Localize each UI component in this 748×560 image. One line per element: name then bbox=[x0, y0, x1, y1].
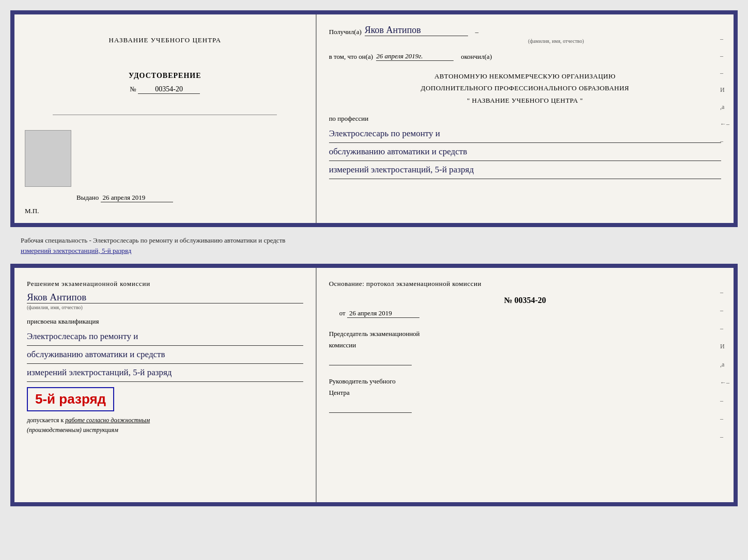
dash2: – bbox=[720, 52, 729, 60]
org-block: АВТОНОМНУЮ НЕКОММЕРЧЕСКУЮ ОРГАНИЗАЦИЮ ДО… bbox=[329, 70, 721, 106]
udostoverenie-block: УДОСТОВЕРЕНИЕ № 00354-20 bbox=[129, 72, 201, 94]
bottom-profession-line1: Электрослесарь по ремонту и bbox=[27, 328, 303, 346]
bottom-doc-right: Основание: протокол экзаменационной коми… bbox=[317, 268, 734, 502]
photo-placeholder bbox=[25, 130, 71, 187]
vydano-label: Выдано bbox=[76, 194, 99, 201]
po-professii: по профессии bbox=[329, 115, 721, 123]
osnovanie: Основание: протокол экзаменационной коми… bbox=[329, 278, 721, 290]
resheniem-title: Решением экзаменационной комиссии bbox=[27, 278, 303, 290]
bottom-document: Решением экзаменационной комиссии Яков А… bbox=[10, 264, 738, 506]
dash-arrow: ←– bbox=[720, 120, 729, 128]
org-line3: " НАЗВАНИЕ УЧЕБНОГО ЦЕНТРА " bbox=[329, 94, 721, 106]
and-symbol: И bbox=[720, 86, 729, 94]
okonchil-label: окончил(а) bbox=[461, 53, 492, 61]
band-symbol: И bbox=[720, 343, 729, 350]
profession-line1: Электрослесарь по ремонту и bbox=[329, 125, 721, 143]
dopuskaetsya-value2: (производственным) инструкциям bbox=[27, 426, 118, 434]
received-line: Получил(а) Яков Антипов – bbox=[329, 25, 721, 36]
poluchil-label: Получил(а) bbox=[329, 28, 362, 36]
bottom-profession-line3: измерений электростанций, 5-й разряд bbox=[27, 364, 303, 382]
predsedatel-line2: комиссии bbox=[329, 340, 721, 351]
dash3: – bbox=[720, 69, 729, 77]
predsedatel-signature bbox=[329, 355, 412, 365]
vydano-date: 26 апреля 2019 bbox=[101, 194, 173, 202]
protocol-number: № 00354-20 bbox=[329, 296, 721, 305]
dopuskaetsya-value: работе согласно должностным bbox=[65, 417, 150, 424]
bottom-profession-block: Электрослесарь по ремонту и обслуживанию… bbox=[27, 328, 303, 382]
middle-line1: Рабочая специальность - Электрослесарь п… bbox=[21, 236, 285, 244]
number-label: № bbox=[130, 85, 136, 93]
profession-block: Электрослесарь по ремонту и обслуживанию… bbox=[329, 125, 721, 179]
ot-date-value: 26 апреля 2019 bbox=[347, 309, 419, 318]
dash4: – bbox=[720, 137, 729, 145]
bdash1: – bbox=[720, 289, 729, 296]
right-dashes-bottom: – – – И ,а ←– – – – bbox=[720, 289, 729, 441]
razryad-badge: 5-й разряд bbox=[27, 387, 114, 411]
bottom-profession-line2: обслуживанию автоматики и средств bbox=[27, 346, 303, 364]
udostoverenie-number: 00354-20 bbox=[138, 85, 200, 94]
mp-label: М.П. bbox=[25, 207, 39, 215]
handwritten-name: Яков Антипов bbox=[365, 25, 468, 36]
fio-hint-bottom: (фамилия, имя, отчество) bbox=[27, 305, 303, 310]
predsedatel-block: Председатель экзаменационной комиссии bbox=[329, 328, 721, 365]
org-line2: ДОПОЛНИТЕЛЬНОГО ПРОФЕССИОНАЛЬНОГО ОБРАЗО… bbox=[329, 82, 721, 94]
bdash6: – bbox=[720, 433, 729, 441]
rukovoditel-line2: Центра bbox=[329, 387, 721, 398]
dopuskaetsya-block: допускается к работе согласно должностны… bbox=[27, 415, 303, 435]
udostoverenie-number-line: № 00354-20 bbox=[129, 83, 201, 94]
bdash5: – bbox=[720, 415, 729, 423]
top-doc-left: НАЗВАНИЕ УЧЕБНОГО ЦЕНТРА УДОСТОВЕРЕНИЕ №… bbox=[14, 14, 317, 223]
rukovoditel-signature bbox=[329, 403, 412, 413]
vydano-line: Выдано 26 апреля 2019 bbox=[76, 194, 173, 202]
right-side-dashes: – – – И ,а ←– – bbox=[720, 35, 729, 145]
org-line1: АВТОНОМНУЮ НЕКОММЕРЧЕСКУЮ ОРГАНИЗАЦИЮ bbox=[329, 70, 721, 82]
rukovoditel-block: Руководитель учебного Центра bbox=[329, 376, 721, 413]
close-paren: ,а bbox=[720, 103, 729, 111]
dopuskaetsya-label: допускается к bbox=[27, 417, 64, 424]
bclose-paren: ,а bbox=[720, 361, 729, 369]
vtom-label: в том, что он(а) bbox=[329, 53, 373, 61]
bdash2: – bbox=[720, 307, 729, 314]
ot-date-line: от 26 апреля 2019 bbox=[339, 309, 721, 318]
udostoverenie-title: УДОСТОВЕРЕНИЕ bbox=[129, 72, 201, 80]
page-wrapper: НАЗВАНИЕ УЧЕБНОГО ЦЕНТРА УДОСТОВЕРЕНИЕ №… bbox=[10, 10, 738, 506]
prisvoena: присвоена квалификация bbox=[27, 317, 303, 326]
middle-line2: измерений электростанций, 5-й разряд bbox=[21, 247, 131, 254]
profession-line2: обслуживанию автоматики и средств bbox=[329, 143, 721, 161]
top-doc-right: Получил(а) Яков Антипов – (фамилия, имя,… bbox=[317, 14, 734, 223]
predsedatel-line1: Председатель экзаменационной bbox=[329, 328, 721, 340]
vtom-date: 26 апреля 2019г. bbox=[376, 52, 454, 61]
rukovoditel-line1: Руководитель учебного bbox=[329, 376, 721, 387]
handwritten-name-bottom: Яков Антипов bbox=[27, 292, 303, 303]
top-document: НАЗВАНИЕ УЧЕБНОГО ЦЕНТРА УДОСТОВЕРЕНИЕ №… bbox=[10, 10, 738, 227]
bdash-arrow: ←– bbox=[720, 379, 729, 387]
bottom-doc-left: Решением экзаменационной комиссии Яков А… bbox=[14, 268, 317, 502]
ot-label: от bbox=[339, 309, 346, 317]
dash-after-name: – bbox=[475, 28, 479, 36]
top-left-title: НАЗВАНИЕ УЧЕБНОГО ЦЕНТРА bbox=[109, 35, 221, 46]
vtom-line: в том, что он(а) 26 апреля 2019г. окончи… bbox=[329, 52, 721, 61]
bdash4: – bbox=[720, 397, 729, 405]
middle-text: Рабочая специальность - Электрослесарь п… bbox=[10, 231, 738, 260]
dash1: – bbox=[720, 35, 729, 43]
profession-line3: измерений электростанций, 5-й разряд bbox=[329, 161, 721, 179]
fio-hint-top: (фамилия, имя, отчество) bbox=[391, 38, 721, 44]
razryad-badge-text: 5-й разряд bbox=[35, 391, 106, 407]
bdash3: – bbox=[720, 325, 729, 332]
